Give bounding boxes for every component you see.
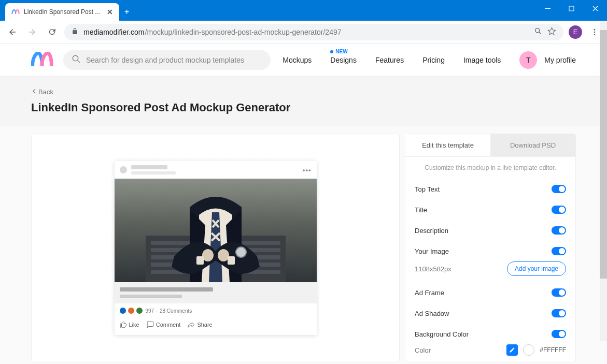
bookmark-star-icon[interactable] <box>547 27 556 37</box>
browser-reload-button[interactable] <box>45 25 59 39</box>
svg-point-8 <box>594 34 596 35</box>
svg-rect-1 <box>569 6 574 11</box>
chevron-left-icon <box>31 88 37 96</box>
svg-point-4 <box>535 28 540 33</box>
nav-new-badge: NEW <box>330 49 347 54</box>
search-icon <box>72 54 81 65</box>
svg-point-9 <box>73 55 78 61</box>
card-image <box>115 179 317 282</box>
lock-icon <box>72 28 78 36</box>
site-logo-icon[interactable] <box>31 52 54 68</box>
browser-forward-button[interactable] <box>25 25 39 39</box>
reaction-support-icon <box>136 308 143 314</box>
toggle-your-image[interactable] <box>552 247 566 255</box>
tab-edit-template[interactable]: Edit this template <box>405 134 490 156</box>
profile-avatar: T <box>519 51 537 69</box>
skeleton-line <box>120 287 213 292</box>
card-more-icon[interactable]: ••• <box>303 166 312 174</box>
reaction-celebrate-icon <box>128 308 134 314</box>
nav-features[interactable]: Features <box>375 56 404 64</box>
window-minimize-button[interactable] <box>535 0 559 17</box>
profile-menu[interactable]: T My profile <box>519 51 576 69</box>
svg-point-24 <box>202 249 214 261</box>
tab-download-psd[interactable]: Download PSD <box>490 134 575 156</box>
svg-rect-26 <box>196 256 204 265</box>
profile-label: My profile <box>544 56 576 64</box>
nav-pricing[interactable]: Pricing <box>422 56 445 64</box>
url-host: mediamodifier.com <box>83 28 145 36</box>
tab-close-icon[interactable]: ✕ <box>107 8 113 16</box>
row-your-image: Your Image <box>415 247 449 255</box>
svg-point-7 <box>594 31 596 33</box>
nav-designs[interactable]: NEWDesigns <box>330 56 357 64</box>
color-swatch[interactable] <box>523 344 534 356</box>
editor-panel: Edit this template Download PSD Customiz… <box>405 134 576 362</box>
browser-tab[interactable]: LinkedIn Sponsored Post Ad Moc ✕ <box>5 3 119 21</box>
url-path: /mockup/linkedin-sponsored-post-ad-mocku… <box>145 28 342 36</box>
share-button[interactable]: Share <box>188 321 212 328</box>
tab-title: LinkedIn Sponsored Post Ad Moc <box>24 8 103 16</box>
svg-line-5 <box>539 32 541 34</box>
zoom-icon[interactable] <box>534 27 542 37</box>
image-dimensions: 1108x582px <box>415 265 451 273</box>
toggle-description[interactable] <box>552 226 566 235</box>
svg-point-28 <box>236 247 246 257</box>
color-value: #FFFFFF <box>540 346 566 354</box>
row-background-color: Background Color <box>415 330 469 338</box>
chrome-profile-avatar[interactable]: E <box>569 25 582 39</box>
color-label: Color <box>415 346 431 354</box>
skeleton-line <box>131 165 167 169</box>
scrollbar-thumb[interactable] <box>600 30 607 279</box>
back-link[interactable]: Back <box>31 88 576 96</box>
add-image-button[interactable]: Add your image <box>507 261 566 276</box>
toggle-background-color[interactable] <box>552 330 566 338</box>
page-scrollbar[interactable] <box>600 21 607 341</box>
row-ad-frame: Ad Frame <box>415 289 444 297</box>
row-description: Description <box>415 227 448 235</box>
toggle-title[interactable] <box>552 206 566 214</box>
toggle-top-text[interactable] <box>552 185 566 193</box>
tab-favicon-icon <box>11 8 20 16</box>
row-title: Title <box>415 206 427 214</box>
panel-hint: Customize this mockup in a live template… <box>405 157 575 179</box>
toggle-ad-shadow[interactable] <box>552 309 566 317</box>
reaction-count: 997 <box>146 308 154 314</box>
color-picker-button[interactable] <box>506 344 518 356</box>
address-bar[interactable]: mediamodifier.com/mockup/linkedin-sponso… <box>64 24 563 40</box>
svg-line-10 <box>78 61 80 63</box>
like-button[interactable]: Like <box>120 321 139 328</box>
svg-rect-27 <box>228 256 235 265</box>
linkedin-card: ••• <box>115 161 317 335</box>
skeleton-line <box>120 295 182 298</box>
row-ad-shadow: Ad Shadow <box>415 310 449 317</box>
window-maximize-button[interactable] <box>559 0 583 17</box>
svg-point-25 <box>218 249 229 261</box>
svg-point-6 <box>594 29 596 31</box>
toggle-ad-frame[interactable] <box>552 288 566 297</box>
site-search-input[interactable]: Search for design and product mockup tem… <box>63 50 271 70</box>
comment-button[interactable]: Comment <box>147 321 181 328</box>
search-placeholder: Search for design and product mockup tem… <box>86 56 244 64</box>
browser-back-button[interactable] <box>5 25 20 39</box>
reaction-like-icon <box>120 308 126 314</box>
page-title: LinkedIn Sponsored Post Ad Mockup Genera… <box>31 101 576 114</box>
row-top-text: Top Text <box>415 185 440 193</box>
nav-image-tools[interactable]: Image tools <box>463 56 501 64</box>
new-tab-button[interactable]: + <box>124 7 129 17</box>
skeleton-avatar <box>120 166 127 173</box>
skeleton-line <box>131 171 176 174</box>
comments-count: 28 Comments <box>160 308 192 314</box>
window-close-button[interactable] <box>583 0 607 17</box>
nav-mockups[interactable]: Mockups <box>283 56 312 64</box>
mockup-preview: ••• <box>31 134 400 362</box>
